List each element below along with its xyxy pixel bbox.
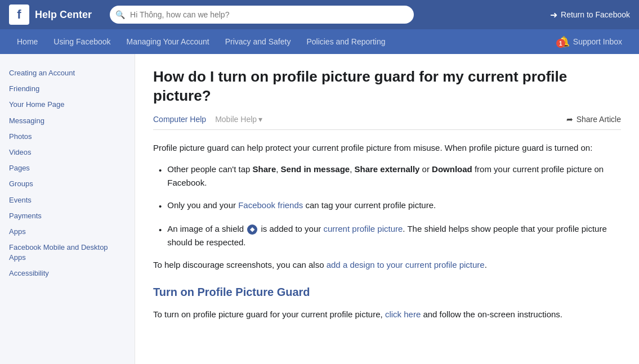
sidebar-item-apps[interactable]: Apps [9, 224, 126, 240]
link-click-here[interactable]: click here [385, 309, 421, 319]
sidebar-item-photos[interactable]: Photos [9, 129, 126, 145]
article-intro: Profile picture guard can help protect y… [153, 141, 621, 155]
bullet-dot-3: • [159, 223, 162, 249]
bullet-dot-2: • [159, 200, 162, 213]
bold-share: Share [253, 164, 276, 174]
article-tabs: Computer Help Mobile Help ▾ ➦ Share Arti… [153, 115, 621, 130]
section-heading: Turn on Profile Picture Guard [153, 283, 621, 301]
sidebar-item-payments[interactable]: Payments [9, 208, 126, 224]
sidebar-item-friending[interactable]: Friending [9, 81, 126, 97]
sidebar-item-home-page[interactable]: Your Home Page [9, 97, 126, 113]
search-bar-container: 🔍 [110, 6, 414, 24]
support-inbox-label: Support Inbox [573, 37, 622, 46]
share-article-button[interactable]: ➦ Share Article [566, 115, 621, 124]
tab-computer-help[interactable]: Computer Help [153, 115, 206, 124]
nav-managing-account[interactable]: Managing Your Account [119, 29, 217, 54]
bullet-text-1: Other people can't tap Share, Send in me… [167, 163, 621, 190]
share-icon: ➦ [566, 115, 573, 124]
sidebar-item-events[interactable]: Events [9, 192, 126, 208]
app-title: Help Center [35, 9, 92, 21]
link-facebook-friends[interactable]: Facebook friends [238, 200, 303, 210]
share-article-label: Share Article [577, 115, 621, 124]
bullet-text-2: Only you and your Facebook friends can t… [167, 199, 436, 213]
search-icon: 🔍 [115, 10, 125, 19]
nav-policies-reporting[interactable]: Policies and Reporting [298, 29, 393, 54]
facebook-logo: f [9, 5, 29, 25]
article-title: How do I turn on profile picture guard f… [153, 68, 621, 106]
link-add-design[interactable]: add a design to your current profile pic… [327, 260, 485, 269]
nav-home[interactable]: Home [9, 29, 46, 54]
return-to-facebook-button[interactable]: ➜ Return to Facebook [550, 10, 630, 20]
list-item-share: • Other people can't tap Share, Send in … [153, 163, 621, 190]
discourage-screenshots-text: To help discourage screenshots, you can … [153, 258, 621, 272]
shield-icon-inline: ◆ [247, 224, 257, 235]
sidebar-item-videos[interactable]: Videos [9, 145, 126, 160]
list-item-shield: • An image of a shield ◆ is added to you… [153, 222, 621, 249]
tab-mobile-help[interactable]: Mobile Help ▾ [215, 115, 262, 124]
main-layout: Creating an Account Friending Your Home … [0, 54, 639, 364]
bullet-dot-1: • [159, 164, 162, 190]
support-inbox-nav[interactable]: 🔔 1 Support Inbox [549, 29, 630, 54]
mobile-help-label: Mobile Help [215, 115, 257, 124]
return-icon: ➜ [550, 10, 557, 20]
notification-badge: 1 [556, 39, 565, 48]
bold-share-externally: Share externally [355, 164, 420, 174]
turn-on-text: To turn on profile picture guard for you… [153, 308, 621, 321]
article-bullet-list: • Other people can't tap Share, Send in … [153, 163, 621, 249]
bell-icon: 🔔 1 [557, 35, 570, 48]
sidebar: Creating an Account Friending Your Home … [0, 54, 135, 364]
link-current-profile-2[interactable]: current profile picture [323, 224, 403, 233]
sidebar-item-accessibility[interactable]: Accessibility [9, 266, 126, 281]
bold-send: Send in message [281, 164, 350, 174]
search-input[interactable] [110, 6, 414, 24]
nav-bar: Home Using Facebook Managing Your Accoun… [0, 29, 639, 54]
top-header: f Help Center 🔍 ➜ Return to Facebook [0, 0, 639, 29]
sidebar-item-pages[interactable]: Pages [9, 160, 126, 176]
sidebar-item-messaging[interactable]: Messaging [9, 113, 126, 129]
sidebar-item-creating-account[interactable]: Creating an Account [9, 65, 126, 81]
article-content: How do I turn on profile picture guard f… [135, 54, 639, 364]
article-body: Profile picture guard can help protect y… [153, 141, 621, 321]
nav-privacy-safety[interactable]: Privacy and Safety [217, 29, 299, 54]
list-item-tag: • Only you and your Facebook friends can… [153, 199, 621, 213]
bold-download: Download [432, 164, 472, 174]
nav-using-facebook[interactable]: Using Facebook [46, 29, 118, 54]
sidebar-item-mobile-desktop[interactable]: Facebook Mobile and Desktop Apps [9, 240, 126, 266]
sidebar-item-groups[interactable]: Groups [9, 176, 126, 192]
return-label: Return to Facebook [561, 10, 630, 19]
logo-area: f Help Center [9, 5, 92, 25]
bullet-text-3: An image of a shield ◆ is added to your … [167, 222, 621, 249]
mobile-help-arrow: ▾ [258, 115, 262, 124]
